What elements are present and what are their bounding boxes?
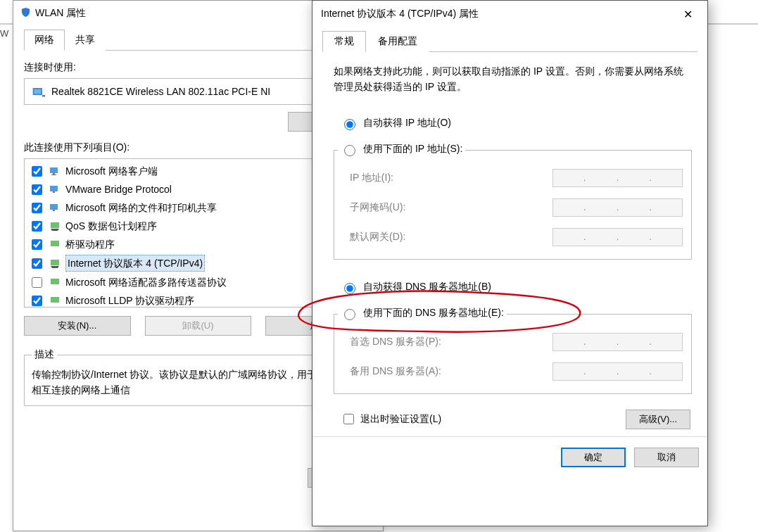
item-label: Microsoft 网络的文件和打印机共享 xyxy=(65,200,217,215)
svg-rect-14 xyxy=(51,297,59,303)
radio-auto-dns-row[interactable]: 自动获得 DNS 服务器地址(B) xyxy=(341,277,697,298)
dns2-input: ... xyxy=(552,362,683,381)
item-label: Internet 协议版本 4 (TCP/IPv4) xyxy=(65,255,205,272)
mux-icon xyxy=(49,276,61,289)
printer-icon xyxy=(49,201,61,214)
dns2-label: 备用 DNS 服务器(A): xyxy=(350,365,552,378)
item-label: 桥驱动程序 xyxy=(65,236,115,252)
svg-rect-7 xyxy=(53,191,55,193)
ipv4-cancel-button[interactable]: 取消 xyxy=(634,448,699,467)
item-checkbox[interactable] xyxy=(32,203,42,213)
item-checkbox[interactable] xyxy=(32,296,42,306)
svg-rect-6 xyxy=(50,186,58,191)
svg-rect-4 xyxy=(53,173,55,175)
ipv4-button-bar: 确定 取消 xyxy=(312,436,707,479)
close-icon[interactable]: ✕ xyxy=(676,8,699,21)
svg-rect-3 xyxy=(50,167,58,173)
svg-rect-5 xyxy=(51,175,56,175)
ip-address-row: IP 地址(I): ... xyxy=(350,163,683,193)
install-button[interactable]: 安装(N)... xyxy=(24,316,131,336)
adapter-name: Realtek 8821CE Wireless LAN 802.11ac PCI… xyxy=(51,86,270,97)
item-checkbox[interactable] xyxy=(32,221,42,232)
item-label: VMware Bridge Protocol xyxy=(65,182,172,197)
svg-rect-9 xyxy=(53,210,55,211)
item-label: Microsoft 网络适配器多路传送器协议 xyxy=(65,274,227,290)
bridge2-icon xyxy=(49,238,61,251)
dns2-row: 备用 DNS 服务器(A): ... xyxy=(350,357,683,386)
validate-on-exit-label: 退出时验证设置(L) xyxy=(360,413,441,426)
qos-icon xyxy=(49,220,61,232)
radio-auto-ip[interactable] xyxy=(344,119,355,130)
svg-rect-10 xyxy=(51,222,59,228)
radio-use-dns-label: 使用下面的 DNS 服务器地址(E): xyxy=(363,307,504,319)
subnet-mask-input: ... xyxy=(552,198,683,217)
help-text: 如果网络支持此功能，则可以获取自动指派的 IP 设置。否则，你需要从网络系统管理… xyxy=(322,63,697,95)
ipv4-properties-dialog: Internet 协议版本 4 (TCP/IPv4) 属性 ✕ 常规 备用配置 … xyxy=(312,0,708,526)
ipv4-titlebar[interactable]: Internet 协议版本 4 (TCP/IPv4) 属性 ✕ xyxy=(312,1,707,27)
validate-on-exit-row[interactable]: 退出时验证设置(L) xyxy=(341,412,441,426)
bg-letter-w: W xyxy=(0,28,8,39)
validate-on-exit-checkbox[interactable] xyxy=(343,414,354,424)
tab-network[interactable]: 网络 xyxy=(24,30,65,51)
ipv4-icon xyxy=(49,257,61,270)
svg-rect-12 xyxy=(51,260,59,265)
item-checkbox[interactable] xyxy=(32,166,42,177)
wlan-title-text: WLAN 属性 xyxy=(35,7,86,20)
gateway-row: 默认网关(D): ... xyxy=(350,222,683,252)
dns1-label: 首选 DNS 服务器(P): xyxy=(350,336,552,348)
bridge-icon xyxy=(49,183,61,196)
item-label: QoS 数据包计划程序 xyxy=(65,218,157,234)
svg-rect-13 xyxy=(51,279,59,284)
svg-rect-1 xyxy=(34,89,41,94)
network-adapter-icon xyxy=(32,84,51,99)
uninstall-button: 卸载(U) xyxy=(145,316,252,336)
gateway-label: 默认网关(D): xyxy=(350,231,552,243)
ipv4-title-text: Internet 协议版本 4 (TCP/IPv4) 属性 xyxy=(321,8,479,20)
radio-auto-ip-label: 自动获得 IP 地址(O) xyxy=(363,117,451,129)
dns1-input: ... xyxy=(552,333,683,351)
radio-auto-dns-label: 自动获得 DNS 服务器地址(B) xyxy=(363,281,491,293)
svg-rect-8 xyxy=(50,204,58,210)
ip-address-label: IP 地址(I): xyxy=(350,172,552,184)
item-checkbox[interactable] xyxy=(32,239,42,250)
radio-use-ip[interactable] xyxy=(344,145,355,156)
tab-general[interactable]: 常规 xyxy=(322,31,366,52)
subnet-mask-label: 子网掩码(U): xyxy=(350,201,552,214)
radio-auto-dns[interactable] xyxy=(344,283,355,294)
dns1-row: 首选 DNS 服务器(P): ... xyxy=(350,327,683,357)
subnet-mask-row: 子网掩码(U): ... xyxy=(350,193,683,222)
item-checkbox[interactable] xyxy=(32,184,42,195)
item-checkbox[interactable] xyxy=(32,277,42,288)
lldp-icon xyxy=(49,294,61,307)
gateway-input: ... xyxy=(552,228,683,246)
shield-icon xyxy=(20,7,31,20)
tab-share[interactable]: 共享 xyxy=(65,30,106,51)
ip-address-input: ... xyxy=(552,169,683,187)
svg-rect-2 xyxy=(42,95,45,97)
description-legend: 描述 xyxy=(32,348,57,361)
svg-rect-11 xyxy=(51,241,59,246)
item-label: Microsoft 网络客户端 xyxy=(65,163,158,179)
radio-use-dns[interactable] xyxy=(344,309,355,320)
item-checkbox[interactable] xyxy=(32,258,42,269)
client-icon xyxy=(49,165,61,177)
radio-use-ip-label: 使用下面的 IP 地址(S): xyxy=(363,143,462,156)
ipv4-ok-button[interactable]: 确定 xyxy=(561,448,626,467)
advanced-button[interactable]: 高级(V)... xyxy=(626,410,690,429)
tab-alt-config[interactable]: 备用配置 xyxy=(366,31,429,52)
item-label: Microsoft LLDP 协议驱动程序 xyxy=(65,293,194,307)
ipv4-tabs: 常规 备用配置 xyxy=(322,30,697,52)
radio-auto-ip-row[interactable]: 自动获得 IP 地址(O) xyxy=(341,113,697,134)
